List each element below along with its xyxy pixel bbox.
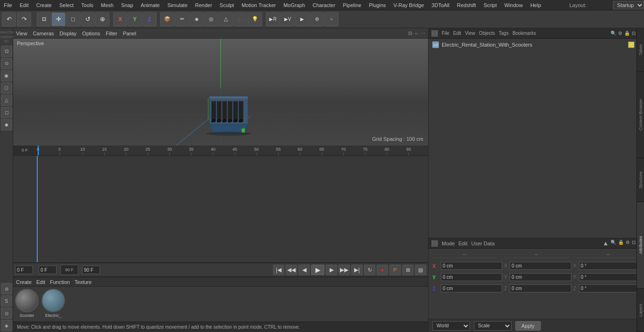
attr-up-icon[interactable]: ▲ — [603, 240, 609, 247]
attr-x-rot-input[interactable] — [579, 262, 640, 270]
step-fwd-button[interactable]: ▶ — [326, 265, 337, 275]
anim-button[interactable]: ○ — [324, 12, 339, 26]
vtab-takes[interactable]: Takes — [637, 28, 644, 72]
attr-y-scale-input[interactable] — [510, 273, 571, 281]
attr-z-pos-input[interactable] — [441, 284, 502, 292]
menu-mesh[interactable]: Mesh — [97, 1, 117, 9]
layout-select[interactable]: Startup — [613, 1, 644, 9]
attr-x-pos-input[interactable] — [441, 262, 502, 270]
attr-x-scale-input[interactable] — [510, 262, 571, 270]
menu-simulate[interactable]: Simulate — [164, 1, 191, 9]
deformer-button[interactable]: △ — [219, 12, 233, 26]
sidebar-icon-5[interactable]: ◻ — [1, 107, 12, 118]
obj-tags-menu[interactable]: Tags — [499, 31, 509, 36]
record-button[interactable]: ● — [377, 265, 388, 275]
move-tool-button[interactable]: ✛ — [51, 12, 66, 26]
render-button[interactable]: ▶ — [295, 12, 309, 26]
scale-dropdown[interactable]: Scale Size — [474, 321, 512, 331]
sidebar-icon-0[interactable]: ⊡ — [1, 46, 12, 57]
attr-max2-icon[interactable]: ⊡ — [632, 240, 636, 247]
viewport-expand-icon[interactable]: ⊡ — [408, 31, 412, 36]
generator-button[interactable]: ◎ — [204, 12, 218, 26]
obj-objects-menu[interactable]: Objects — [479, 31, 495, 36]
viewport-menu-view[interactable]: View — [16, 31, 27, 36]
menu-3dtoall[interactable]: 3DToAll — [428, 1, 453, 9]
attr-lock2-icon[interactable]: 🔒 — [618, 240, 624, 247]
obj-file-menu[interactable]: File — [442, 31, 449, 36]
frame-start-input[interactable] — [15, 266, 33, 274]
viewport-menu-display[interactable]: Display — [59, 31, 76, 36]
sidebar-icon-2[interactable]: ◉ — [1, 70, 12, 81]
menu-edit[interactable]: Edit — [16, 1, 33, 9]
loop-button[interactable]: ↻ — [364, 265, 375, 275]
sidebar-icon-9[interactable]: ⊙ — [1, 308, 12, 319]
attr-y-pos-input[interactable] — [441, 273, 502, 281]
obj-max-icon[interactable]: ⊡ — [632, 31, 636, 36]
material-electric[interactable]: Electric_ — [41, 289, 65, 318]
attr-z-rot-input[interactable] — [579, 284, 640, 292]
rotate-tool-button[interactable]: ↺ — [81, 12, 95, 26]
menu-character[interactable]: Character — [309, 1, 339, 9]
undo-button[interactable]: ↶ — [2, 12, 16, 26]
frame-current-input[interactable] — [39, 266, 57, 274]
redo-button[interactable]: ↷ — [17, 12, 31, 26]
attr-search2-icon[interactable]: 🔍 — [611, 240, 616, 247]
obj-search-icon[interactable]: 🔍 — [611, 31, 616, 36]
menu-mograph[interactable]: MoGraph — [280, 1, 309, 9]
obj-edit-menu[interactable]: Edit — [453, 31, 461, 36]
attr-settings2-icon[interactable]: ⚙ — [626, 240, 630, 247]
scale-tool-button[interactable]: □ — [66, 12, 80, 26]
obj-view-menu[interactable]: View — [465, 31, 475, 36]
spline-mode-button[interactable]: ✏ — [175, 12, 189, 26]
render-settings-button[interactable]: ⚙ — [310, 12, 324, 26]
model-mode-button[interactable]: ⊡ — [37, 12, 51, 26]
obj-bookmarks-menu[interactable]: Bookmarks — [512, 31, 536, 36]
menu-help[interactable]: Help — [527, 1, 545, 9]
obj-settings-icon[interactable]: ⚙ — [618, 31, 622, 36]
viewport-menu-cameras[interactable]: Cameras — [33, 31, 54, 36]
menu-redshift[interactable]: Redshift — [453, 1, 479, 9]
sidebar-icon-7[interactable]: ⊘ — [1, 283, 12, 294]
material-scooter[interactable]: Scooter — [15, 289, 39, 318]
viewport-menu-options[interactable]: Options — [82, 31, 100, 36]
attr-userdata-menu[interactable]: User Data — [471, 241, 495, 246]
x-axis-button[interactable]: X — [113, 12, 127, 26]
viewport-arrows-icon[interactable]: ↔ — [414, 31, 419, 36]
sidebar-icon-6[interactable]: ◆ — [1, 119, 12, 130]
autokey-button[interactable]: P — [389, 265, 401, 275]
go-end-button[interactable]: ▶| — [351, 265, 363, 275]
menu-select[interactable]: Select — [56, 1, 78, 9]
menu-motion-tracker[interactable]: Motion Tracker — [238, 1, 280, 9]
vtab-structure[interactable]: Structure — [637, 158, 644, 202]
menu-pipeline[interactable]: Pipeline — [339, 1, 365, 9]
camera-button[interactable]: 🎥 — [233, 12, 248, 26]
play-back-button[interactable]: ◀◀ — [286, 265, 297, 275]
play-button[interactable]: ▶ — [311, 265, 324, 275]
mat-function-menu[interactable]: Function — [50, 279, 70, 285]
vtab-content-browser[interactable]: Content Browser — [637, 72, 644, 158]
object-mode-button[interactable]: 📦 — [160, 12, 174, 26]
menu-plugins[interactable]: Plugins — [365, 1, 389, 9]
viewport-dots-icon[interactable]: ⋯ — [421, 31, 425, 36]
go-start-button[interactable]: |◀ — [273, 265, 284, 275]
viewport-menu-filter[interactable]: Filter — [106, 31, 117, 36]
sidebar-icon-4[interactable]: △ — [1, 95, 12, 106]
object-row-main[interactable]: L0 Electric_Rental_Station_With_Scooters… — [430, 40, 642, 49]
menu-window[interactable]: Window — [501, 1, 527, 9]
polygon-mode-button[interactable]: ◈ — [190, 12, 204, 26]
viewport-menu-panel[interactable]: Panel — [123, 31, 136, 36]
obj-lock-icon[interactable]: 🔒 — [624, 31, 630, 36]
light-button[interactable]: 💡 — [248, 12, 262, 26]
play-fwd-button[interactable]: ▶▶ — [339, 265, 350, 275]
world-dropdown[interactable]: World Local Screen — [432, 321, 470, 331]
attr-mode-menu[interactable]: Mode — [442, 241, 455, 246]
layer-button[interactable]: ▤ — [415, 265, 426, 275]
menu-vray[interactable]: V-Ray Bridge — [390, 1, 428, 9]
timeline-track[interactable] — [13, 156, 428, 263]
viewport-3d[interactable]: Perspective — [13, 39, 428, 146]
vtab-layers[interactable]: Layers — [637, 289, 644, 332]
keyfr-button[interactable]: ⊞ — [402, 265, 413, 275]
menu-sculpt[interactable]: Sculpt — [216, 1, 238, 9]
step-back-button[interactable]: ◀ — [298, 265, 310, 275]
attr-edit-menu[interactable]: Edit — [459, 241, 468, 246]
